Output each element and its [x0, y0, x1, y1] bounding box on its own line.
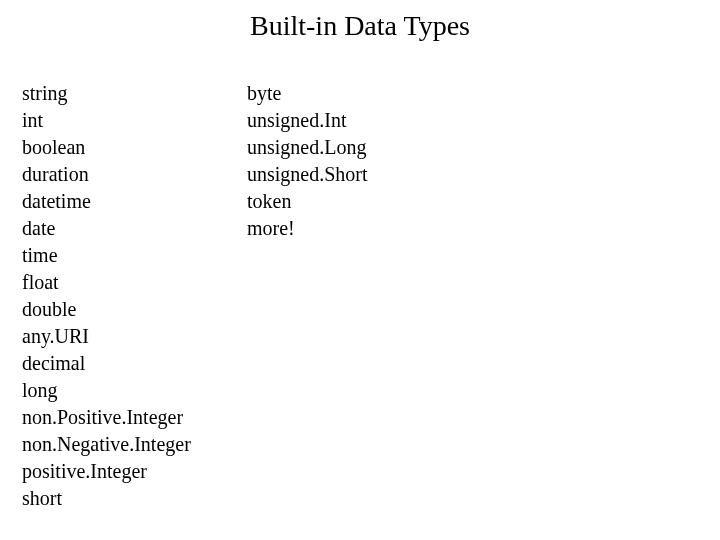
list-item: unsigned.Short — [247, 161, 497, 188]
type-columns: string int boolean duration datetime dat… — [0, 80, 720, 512]
list-item: time — [22, 242, 247, 269]
list-item: any.URI — [22, 323, 247, 350]
list-item: byte — [247, 80, 497, 107]
list-item: positive.Integer — [22, 458, 247, 485]
list-item: int — [22, 107, 247, 134]
list-item: date — [22, 215, 247, 242]
list-item: string — [22, 80, 247, 107]
list-item: float — [22, 269, 247, 296]
list-item: decimal — [22, 350, 247, 377]
list-item: boolean — [22, 134, 247, 161]
column-left: string int boolean duration datetime dat… — [22, 80, 247, 512]
list-item: datetime — [22, 188, 247, 215]
list-item: non.Negative.Integer — [22, 431, 247, 458]
column-right: byte unsigned.Int unsigned.Long unsigned… — [247, 80, 497, 512]
list-item: token — [247, 188, 497, 215]
list-item: short — [22, 485, 247, 512]
list-item: unsigned.Long — [247, 134, 497, 161]
list-item: duration — [22, 161, 247, 188]
list-item: double — [22, 296, 247, 323]
list-item: more! — [247, 215, 497, 242]
list-item: non.Positive.Integer — [22, 404, 247, 431]
page-title: Built-in Data Types — [0, 10, 720, 42]
list-item: unsigned.Int — [247, 107, 497, 134]
list-item: long — [22, 377, 247, 404]
